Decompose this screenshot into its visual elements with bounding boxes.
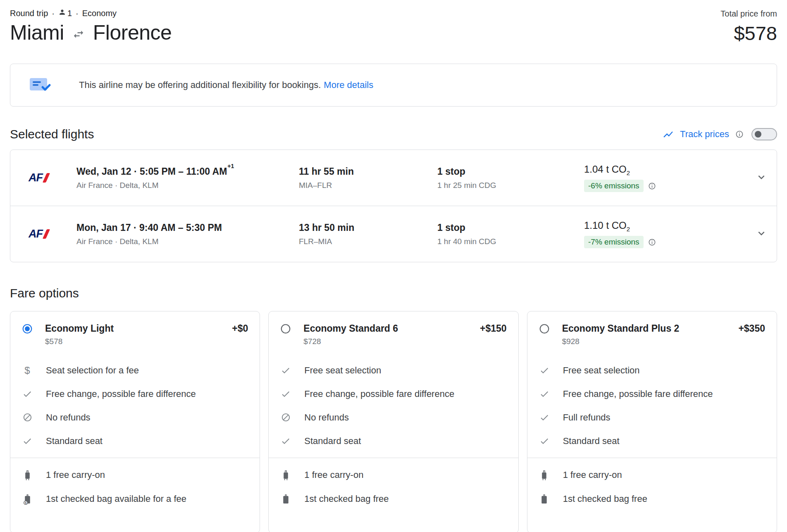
- flight-times: Mon, Jan 17 · 9:40 AM – 5:30 PM: [76, 222, 299, 233]
- passenger-icon: [58, 8, 66, 18]
- total-price-block: Total price from $578: [720, 8, 777, 45]
- info-icon[interactable]: [648, 182, 656, 190]
- checked-bag-icon: [539, 494, 550, 505]
- fare-feature: Free seat selection: [280, 359, 506, 382]
- cabin-class: Economy: [82, 9, 117, 18]
- flight-emissions-block: 1.04 t CO2 -6% emissions: [584, 164, 746, 192]
- destination-city: Florence: [93, 21, 172, 45]
- carry-on-bag-icon: [22, 470, 33, 481]
- baggage-item: $ 1st checked bag available for a fee: [22, 487, 248, 511]
- flight-duration: 13 hr 50 min: [299, 222, 437, 233]
- chevron-down-icon: [755, 227, 768, 241]
- banner-message: This airline may be offering additional …: [79, 80, 321, 90]
- expand-flight-button[interactable]: [746, 227, 777, 241]
- baggage-item: 1st checked bag free: [539, 487, 765, 511]
- dollar-icon: $: [22, 365, 33, 376]
- chevron-down-icon: [755, 171, 768, 185]
- baggage-item: 1 free carry-on: [539, 463, 765, 487]
- check-icon: [280, 389, 291, 399]
- fare-feature: Free change, possible fare difference: [280, 382, 506, 406]
- emissions-badge: -7% emissions: [584, 236, 644, 248]
- flight-co2: 1.10 t CO2: [584, 220, 746, 233]
- trip-header: Round trip · 1 · Economy Miami Florence: [10, 8, 172, 45]
- fare-feature: Standard seat: [22, 429, 248, 453]
- flight-stops-block: 1 stop 1 hr 25 min CDG: [437, 166, 584, 190]
- flight-main-info: Wed, Jan 12 · 5:05 PM – 11:00 AM+1 Air F…: [76, 166, 299, 190]
- fare-card-economy-light[interactable]: Economy Light +$0 $578 $ Seat selection …: [10, 311, 260, 532]
- flight-route: MIA–FLR: [299, 181, 437, 190]
- info-icon[interactable]: [648, 238, 656, 246]
- fare-radio-selected[interactable]: [22, 323, 33, 334]
- origin-city: Miami: [10, 21, 64, 45]
- carry-on-bag-icon: [280, 470, 291, 481]
- flight-duration-block: 11 hr 55 min MIA–FLR: [299, 166, 437, 190]
- airline-logo-text: AF: [29, 228, 43, 240]
- check-icon: [539, 389, 550, 399]
- separator: ·: [76, 9, 79, 18]
- fare-radio-unselected[interactable]: [280, 323, 291, 334]
- fare-name: Economy Standard Plus 2: [562, 323, 680, 334]
- flight-layover: 1 hr 40 min CDG: [437, 237, 584, 246]
- page-header: Round trip · 1 · Economy Miami Florence: [10, 8, 777, 45]
- flight-booking-page: Round trip · 1 · Economy Miami Florence: [0, 0, 787, 532]
- total-price-label: Total price from: [720, 9, 777, 19]
- fare-price: $578: [45, 337, 248, 346]
- checked-bag-icon: [280, 494, 291, 505]
- check-icon: [539, 436, 550, 446]
- track-prices-label[interactable]: Track prices: [680, 129, 729, 140]
- total-price: $578: [720, 22, 777, 45]
- info-icon[interactable]: [735, 130, 744, 138]
- route-title: Miami Florence: [10, 21, 172, 45]
- flight-row-return[interactable]: AF Mon, Jan 17 · 9:40 AM – 5:30 PM Air F…: [10, 206, 777, 262]
- fare-price-delta: +$150: [480, 323, 507, 334]
- expand-flight-button[interactable]: [746, 171, 777, 185]
- fare-feature: No refunds: [280, 406, 506, 429]
- fare-price-delta: +$0: [232, 323, 248, 334]
- fare-feature: Standard seat: [280, 429, 506, 453]
- baggage-item: 1st checked bag free: [280, 487, 506, 511]
- flight-main-info: Mon, Jan 17 · 9:40 AM – 5:30 PM Air Fran…: [76, 222, 299, 246]
- banner-text: This airline may be offering additional …: [79, 80, 373, 90]
- flexible-booking-icon: [29, 76, 52, 94]
- flight-layover: 1 hr 25 min CDG: [437, 181, 584, 190]
- fare-feature: No refunds: [22, 406, 248, 429]
- no-refunds-icon: [22, 413, 33, 422]
- selected-flights-header: Selected flights Track prices: [10, 127, 777, 141]
- baggage-item: 1 free carry-on: [280, 463, 506, 487]
- fare-feature: Free change, possible fare difference: [539, 382, 765, 406]
- selected-flights-title: Selected flights: [10, 127, 94, 141]
- fare-feature: Full refunds: [539, 406, 765, 429]
- track-prices-group: Track prices: [663, 128, 777, 140]
- trip-type: Round trip: [10, 9, 48, 18]
- airline-logo-slash-icon: [43, 173, 50, 183]
- fare-feature: $ Seat selection for a fee: [22, 359, 248, 382]
- fare-name: Economy Standard 6: [303, 323, 398, 334]
- baggage-item: 1 free carry-on: [22, 463, 248, 487]
- swap-cities-icon[interactable]: [72, 28, 85, 40]
- check-icon: [280, 366, 291, 375]
- flight-row-outbound[interactable]: AF Wed, Jan 12 · 5:05 PM – 11:00 AM+1 Ai…: [10, 150, 777, 206]
- flight-duration: 11 hr 55 min: [299, 166, 437, 177]
- fare-options-grid: Economy Light +$0 $578 $ Seat selection …: [10, 311, 777, 532]
- flight-stops-block: 1 stop 1 hr 40 min CDG: [437, 222, 584, 246]
- fare-price: $928: [562, 337, 765, 346]
- flight-route: FLR–MIA: [299, 237, 437, 246]
- airline-logo-text: AF: [29, 171, 43, 184]
- airline-logo: AF: [10, 171, 76, 184]
- flight-stops: 1 stop: [437, 166, 584, 177]
- track-prices-toggle[interactable]: [751, 128, 777, 140]
- flight-co2: 1.04 t CO2: [584, 164, 746, 176]
- fare-feature: Standard seat: [539, 429, 765, 453]
- airline-logo: AF: [10, 228, 76, 240]
- fare-card-economy-standard-6[interactable]: Economy Standard 6 +$150 $728 Free seat …: [268, 311, 518, 532]
- trip-summary: Round trip · 1 · Economy: [10, 8, 172, 18]
- fare-card-economy-standard-plus-2[interactable]: Economy Standard Plus 2 +$350 $928 Free …: [527, 311, 777, 532]
- fare-feature: Free change, possible fare difference: [22, 382, 248, 406]
- passenger-count: 1: [67, 9, 72, 18]
- fare-radio-unselected[interactable]: [539, 323, 550, 334]
- check-icon: [539, 413, 550, 423]
- more-details-link[interactable]: More details: [324, 80, 373, 90]
- arrival-day-offset: +1: [227, 163, 234, 169]
- flight-stops: 1 stop: [437, 222, 584, 233]
- selected-flights-card: AF Wed, Jan 12 · 5:05 PM – 11:00 AM+1 Ai…: [10, 150, 777, 262]
